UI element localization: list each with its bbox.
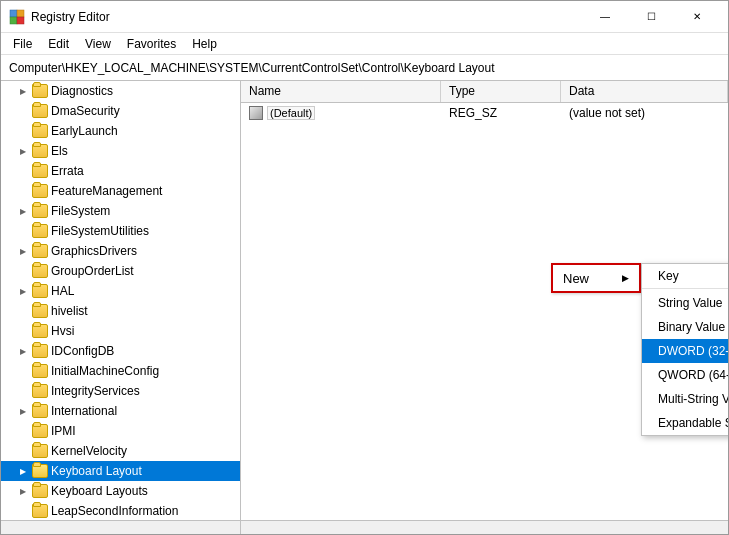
arrow-icon: ▶ [17, 285, 29, 297]
tree-item-diagnostics[interactable]: ▶ Diagnostics [1, 81, 240, 101]
minimize-button[interactable]: — [582, 1, 628, 33]
tree-item-keyboard-layouts[interactable]: ▶ Keyboard Layouts [1, 481, 240, 501]
arrow-icon: ▶ [17, 85, 29, 97]
tree-item-idconfigdb[interactable]: ▶ IDConfigDB [1, 341, 240, 361]
tree-label: GraphicsDrivers [51, 244, 137, 258]
registry-tree[interactable]: ▶ Diagnostics ▶ DmaSecurity ▶ EarlyLaunc… [1, 81, 241, 520]
tree-item-ipmi[interactable]: ▶ IPMI [1, 421, 240, 441]
tree-label: KernelVelocity [51, 444, 127, 458]
main-content: ▶ Diagnostics ▶ DmaSecurity ▶ EarlyLaunc… [1, 81, 728, 520]
tree-item-filesystem[interactable]: ▶ FileSystem [1, 201, 240, 221]
tree-item-initialmachineconfig[interactable]: ▶ InitialMachineConfig [1, 361, 240, 381]
maximize-button[interactable]: ☐ [628, 1, 674, 33]
arrow-icon: ▶ [17, 245, 29, 257]
svg-rect-2 [10, 17, 17, 24]
context-menu-container: New ▶ Key String Value Binary Value DWOR… [551, 263, 728, 436]
tree-label: hivelist [51, 304, 88, 318]
submenu-item-dword[interactable]: DWORD (32-bit) Value [642, 339, 728, 363]
folder-icon [32, 264, 48, 278]
tree-label: IDConfigDB [51, 344, 114, 358]
new-menu-wrapper: New ▶ [551, 263, 641, 436]
new-menu-button[interactable]: New ▶ [551, 263, 641, 293]
tree-label: GroupOrderList [51, 264, 134, 278]
tree-label: Errata [51, 164, 84, 178]
folder-icon [32, 144, 48, 158]
folder-icon [32, 424, 48, 438]
reg-data-cell: (value not set) [561, 104, 728, 122]
folder-icon [32, 404, 48, 418]
column-headers: Name Type Data [241, 81, 728, 103]
folder-icon [32, 224, 48, 238]
folder-icon [32, 204, 48, 218]
tree-label: DmaSecurity [51, 104, 120, 118]
reg-name-cell: (Default) [241, 104, 441, 122]
submenu-item-binary-value[interactable]: Binary Value [642, 315, 728, 339]
registry-row-default[interactable]: (Default) REG_SZ (value not set) [241, 103, 728, 123]
tree-item-hvsi[interactable]: ▶ Hvsi [1, 321, 240, 341]
submenu-item-key[interactable]: Key [642, 264, 728, 289]
tree-scrollbar[interactable] [1, 521, 241, 534]
menubar: File Edit View Favorites Help [1, 33, 728, 55]
tree-item-filesystemutilities[interactable]: ▶ FileSystemUtilities [1, 221, 240, 241]
tree-item-graphicsdrivers[interactable]: ▶ GraphicsDrivers [1, 241, 240, 261]
tree-item-errata[interactable]: ▶ Errata [1, 161, 240, 181]
folder-icon [32, 124, 48, 138]
new-label: New [563, 271, 606, 286]
menu-favorites[interactable]: Favorites [119, 35, 184, 53]
submenu-item-expandable[interactable]: Expandable String Value [642, 411, 728, 435]
context-submenu: Key String Value Binary Value DWORD (32-… [641, 263, 728, 436]
values-scrollbar[interactable] [241, 521, 728, 534]
tree-item-kernelvelocity[interactable]: ▶ KernelVelocity [1, 441, 240, 461]
arrow-icon: ▶ [17, 485, 29, 497]
tree-label: FeatureManagement [51, 184, 162, 198]
tree-item-hivelist[interactable]: ▶ hivelist [1, 301, 240, 321]
folder-icon [32, 344, 48, 358]
folder-icon [32, 444, 48, 458]
addressbar: Computer\HKEY_LOCAL_MACHINE\SYSTEM\Curre… [1, 55, 728, 81]
folder-icon [32, 364, 48, 378]
tree-label: Keyboard Layouts [51, 484, 148, 498]
tree-item-leapsecondinformation[interactable]: ▶ LeapSecondInformation [1, 501, 240, 520]
menu-view[interactable]: View [77, 35, 119, 53]
tree-item-integrityservices[interactable]: ▶ IntegrityServices [1, 381, 240, 401]
app-icon [9, 9, 25, 25]
svg-rect-0 [10, 10, 17, 17]
folder-icon [32, 484, 48, 498]
submenu-item-qword[interactable]: QWORD (64-bit) Value [642, 363, 728, 387]
svg-rect-1 [17, 10, 24, 17]
tree-item-keyboard-layout[interactable]: ▶ Keyboard Layout [1, 461, 240, 481]
close-button[interactable]: ✕ [674, 1, 720, 33]
tree-label: Els [51, 144, 68, 158]
tree-label: Keyboard Layout [51, 464, 142, 478]
tree-label: InitialMachineConfig [51, 364, 159, 378]
tree-label: FileSystem [51, 204, 110, 218]
submenu-item-string-value[interactable]: String Value [642, 291, 728, 315]
tree-item-dmasecurity[interactable]: ▶ DmaSecurity [1, 101, 240, 121]
menu-file[interactable]: File [5, 35, 40, 53]
folder-icon [32, 324, 48, 338]
address-path[interactable]: Computer\HKEY_LOCAL_MACHINE\SYSTEM\Curre… [9, 61, 720, 75]
tree-item-hal[interactable]: ▶ HAL [1, 281, 240, 301]
tree-item-featuremanagement[interactable]: ▶ FeatureManagement [1, 181, 240, 201]
arrow-icon: ▶ [17, 145, 29, 157]
registry-entries: (Default) REG_SZ (value not set) New ▶ [241, 103, 728, 520]
tree-item-international[interactable]: ▶ International [1, 401, 240, 421]
menu-help[interactable]: Help [184, 35, 225, 53]
arrow-icon: ▶ [17, 465, 29, 477]
tree-label: LeapSecondInformation [51, 504, 178, 518]
arrow-icon: ▶ [17, 405, 29, 417]
titlebar: Registry Editor — ☐ ✕ [1, 1, 728, 33]
reg-value-icon [249, 106, 263, 120]
tree-label: IPMI [51, 424, 76, 438]
tree-item-grouporderlist[interactable]: ▶ GroupOrderList [1, 261, 240, 281]
tree-label: HAL [51, 284, 74, 298]
tree-label: FileSystemUtilities [51, 224, 149, 238]
menu-edit[interactable]: Edit [40, 35, 77, 53]
submenu-arrow-icon: ▶ [622, 273, 629, 283]
tree-item-earlylaunch[interactable]: ▶ EarlyLaunch [1, 121, 240, 141]
submenu-item-multistring[interactable]: Multi-String Value [642, 387, 728, 411]
context-menu-overlay: New ▶ Key String Value Binary Value DWOR… [241, 103, 728, 520]
tree-label: Diagnostics [51, 84, 113, 98]
tree-item-els[interactable]: ▶ Els [1, 141, 240, 161]
arrow-icon: ▶ [17, 345, 29, 357]
